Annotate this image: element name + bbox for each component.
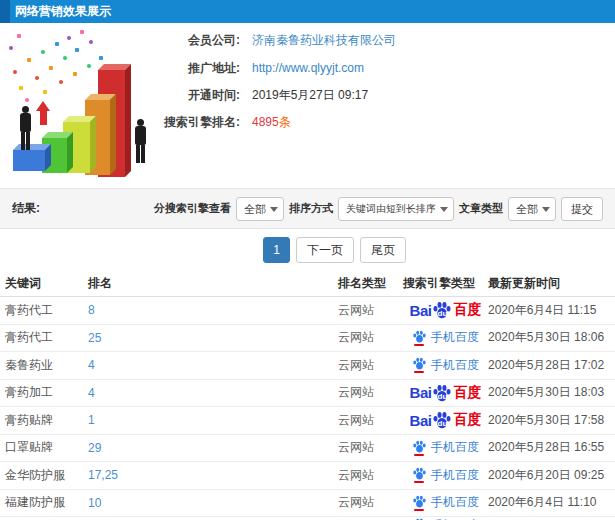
company-label: 会员公司: bbox=[110, 32, 240, 48]
result-label: 结果: bbox=[12, 200, 40, 217]
cell-updated: 2020年5月30日 18:06 bbox=[488, 329, 615, 346]
engine-filter-label: 分搜索引擎查看 bbox=[154, 201, 231, 216]
company-link[interactable]: 济南秦鲁药业科技有限公司 bbox=[252, 33, 396, 47]
baidu-paw-icon: du bbox=[432, 411, 452, 429]
baidu-logo-du-text: du bbox=[438, 393, 448, 401]
mobile-baidu-label: 手机百度 bbox=[431, 439, 479, 456]
table-row: 口罩贴牌 29 云网站 手机百度 2020年5月28日 16:55 bbox=[0, 435, 615, 463]
rank-link[interactable]: 1 bbox=[88, 413, 95, 427]
sort-filter-select[interactable]: 关键词由短到长排序 bbox=[338, 197, 454, 221]
cell-updated: 2020年5月28日 17:02 bbox=[488, 357, 615, 374]
baidu-mobile-logo: 手机百度 bbox=[403, 329, 488, 346]
results-table: 关键词 排名 排名类型 搜索引擎类型 最新更新时间 膏药代工 8 云网站 Bai… bbox=[0, 271, 615, 520]
cell-keyword: 膏药代工 bbox=[5, 329, 88, 346]
cell-rank-type: 云网站 bbox=[338, 412, 403, 429]
mobile-baidu-label: 手机百度 bbox=[431, 494, 479, 511]
baidu-paw-icon: du bbox=[432, 384, 452, 402]
baidu-pc-logo: Baidu百度 bbox=[403, 301, 488, 319]
baidu-logo-cn-text: 百度 bbox=[453, 411, 481, 429]
mobile-baidu-label: 手机百度 bbox=[431, 467, 479, 484]
rank-link[interactable]: 4 bbox=[88, 358, 95, 372]
baidu-logo-du-text: du bbox=[438, 420, 448, 428]
open-time-value: 2019年5月27日 09:17 bbox=[252, 87, 368, 103]
cell-keyword: 口罩贴牌 bbox=[5, 439, 88, 456]
baidu-paw-icon: du bbox=[432, 301, 452, 319]
bar-blue bbox=[13, 150, 45, 171]
submit-button[interactable]: 提交 bbox=[561, 197, 603, 221]
marketing-effect-panel: 网络营销效果展示 bbox=[0, 0, 615, 520]
baidu-logo-cn-text: 百度 bbox=[453, 384, 481, 402]
cell-keyword: 秦鲁药业 bbox=[5, 357, 88, 374]
header-rank-type: 排名类型 bbox=[338, 275, 403, 292]
cell-rank-type: 云网站 bbox=[338, 329, 403, 346]
company-row: 会员公司: 济南秦鲁药业科技有限公司 bbox=[0, 32, 615, 48]
rank-link[interactable]: 10 bbox=[88, 496, 101, 510]
promo-url-link[interactable]: http://www.qlyyjt.com bbox=[252, 61, 364, 75]
businessman-figure-left bbox=[18, 106, 34, 150]
cell-rank-type: 云网站 bbox=[338, 439, 403, 456]
engine-rank-count: 4895 bbox=[252, 115, 279, 129]
table-row: 秦鲁药业 4 云网站 手机百度 2020年5月28日 17:02 bbox=[0, 352, 615, 380]
baidu-logo-cn-text: 百度 bbox=[453, 301, 481, 319]
sort-filter-label: 排序方式 bbox=[289, 201, 333, 216]
cell-updated: 2020年6月20日 09:25 bbox=[488, 467, 615, 484]
title-bar: 网络营销效果展示 bbox=[0, 0, 615, 23]
cell-keyword: 膏药贴牌 bbox=[5, 412, 88, 429]
table-row: 金华防护服 17,25 云网站 手机百度 2020年6月20日 09:25 bbox=[0, 462, 615, 490]
mobile-baidu-paw-icon bbox=[412, 495, 427, 511]
cell-updated: 2020年5月28日 16:55 bbox=[488, 439, 615, 456]
baidu-pc-logo: Baidu百度 bbox=[403, 384, 488, 402]
baidu-logo-bai-text: Bai bbox=[410, 302, 432, 319]
page-1-button[interactable]: 1 bbox=[263, 237, 290, 263]
page-title: 网络营销效果展示 bbox=[15, 0, 111, 23]
baidu-mobile-logo: 手机百度 bbox=[403, 439, 488, 456]
cell-keyword: 福建防护服 bbox=[5, 494, 88, 511]
next-page-button[interactable]: 下一页 bbox=[296, 237, 354, 263]
mobile-baidu-label: 手机百度 bbox=[431, 329, 479, 346]
cell-keyword: 膏药代工 bbox=[5, 302, 88, 319]
engine-rank-unit: 条 bbox=[279, 115, 291, 129]
baidu-mobile-logo: 手机百度 bbox=[403, 467, 488, 484]
table-row: 膏药加工 4 云网站 Baidu百度 2020年5月30日 18:03 bbox=[0, 380, 615, 408]
growth-arrow-icon bbox=[36, 101, 50, 125]
engine-filter-select[interactable]: 全部 bbox=[236, 197, 284, 221]
rank-link[interactable]: 17,25 bbox=[88, 468, 118, 482]
mobile-baidu-paw-icon bbox=[412, 440, 427, 456]
table-header-row: 关键词 排名 排名类型 搜索引擎类型 最新更新时间 bbox=[0, 271, 615, 297]
cell-rank-type: 云网站 bbox=[338, 494, 403, 511]
pagination: 1 下一页 尾页 bbox=[263, 237, 406, 263]
baidu-logo-bai-text: Bai bbox=[410, 412, 432, 429]
cell-keyword: 金华防护服 bbox=[5, 467, 88, 484]
table-row: 膏药代工 25 云网站 手机百度 2020年5月30日 18:06 bbox=[0, 325, 615, 353]
marketing-chart-illustration bbox=[5, 28, 170, 183]
mobile-baidu-paw-icon bbox=[412, 330, 427, 346]
baidu-pc-logo: Baidu百度 bbox=[403, 411, 488, 429]
baidu-logo-bai-text: Bai bbox=[410, 384, 432, 401]
baidu-mobile-logo: 手机百度 bbox=[403, 494, 488, 511]
cell-updated: 2020年6月4日 11:10 bbox=[488, 494, 615, 511]
baidu-logo-du-text: du bbox=[438, 310, 448, 318]
cell-rank-type: 云网站 bbox=[338, 357, 403, 374]
rank-link[interactable]: 8 bbox=[88, 303, 95, 317]
cell-updated: 2020年5月30日 17:58 bbox=[488, 412, 615, 429]
header-keyword: 关键词 bbox=[5, 275, 88, 292]
cell-rank-type: 云网站 bbox=[338, 384, 403, 401]
mobile-baidu-paw-icon bbox=[412, 467, 427, 483]
cell-updated: 2020年5月30日 18:03 bbox=[488, 384, 615, 401]
filter-bar: 结果: 分搜索引擎查看 全部 排序方式 关键词由短到长排序 文章类型 全部 提交 bbox=[0, 188, 615, 229]
rank-link[interactable]: 25 bbox=[88, 331, 101, 345]
cell-updated: 2020年6月4日 11:15 bbox=[488, 302, 615, 319]
cell-rank-type: 云网站 bbox=[338, 467, 403, 484]
header-rank: 排名 bbox=[88, 275, 338, 292]
article-type-select[interactable]: 全部 bbox=[508, 197, 556, 221]
article-type-label: 文章类型 bbox=[459, 201, 503, 216]
mobile-baidu-paw-icon bbox=[412, 357, 427, 373]
header-engine-type: 搜索引擎类型 bbox=[403, 275, 488, 292]
table-row: 膏药代工 8 云网站 Baidu百度 2020年6月4日 11:15 bbox=[0, 297, 615, 325]
rank-link[interactable]: 29 bbox=[88, 441, 101, 455]
promo-url-row: 推广地址: http://www.qlyyjt.com bbox=[0, 60, 615, 76]
baidu-mobile-logo: 手机百度 bbox=[403, 357, 488, 374]
table-row: 膏药贴牌 1 云网站 Baidu百度 2020年5月30日 17:58 bbox=[0, 407, 615, 435]
last-page-button[interactable]: 尾页 bbox=[360, 237, 406, 263]
rank-link[interactable]: 4 bbox=[88, 386, 95, 400]
